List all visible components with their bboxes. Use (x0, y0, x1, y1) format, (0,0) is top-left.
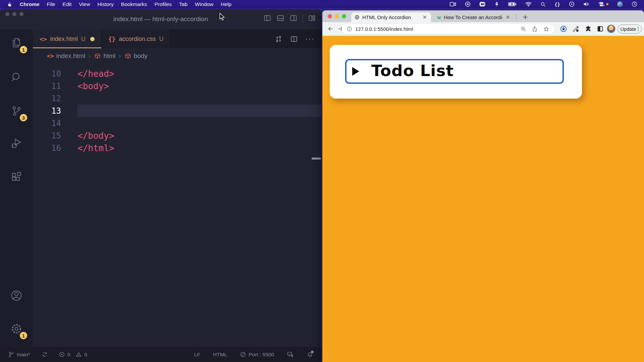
apple-menu[interactable] (5, 1, 16, 7)
tab-divider (516, 14, 517, 19)
volume-icon[interactable] (583, 2, 590, 7)
settings-badge: 1 (19, 331, 28, 340)
color-picker-extension-icon[interactable] (572, 25, 580, 33)
git-branch-item[interactable]: main* (8, 351, 30, 358)
extensions-puzzle-icon[interactable] (585, 25, 592, 33)
share-icon[interactable] (532, 26, 538, 32)
accordion-summary[interactable]: Todo List (345, 59, 564, 84)
sidebar-item-search[interactable] (0, 65, 33, 89)
menu-file[interactable]: File (43, 1, 59, 7)
sidebar-item-extensions[interactable] (0, 165, 33, 189)
sidebar-item-explorer[interactable]: 1 (0, 31, 33, 55)
split-editor-right-icon[interactable] (289, 14, 298, 22)
split-editor-left-icon[interactable] (263, 14, 271, 22)
sidebar-item-source-control[interactable]: 3 (0, 99, 33, 123)
customize-layout-icon[interactable] (308, 14, 316, 22)
close-window-button[interactable] (328, 14, 332, 18)
live-server-port[interactable]: Port : 5500 (240, 351, 274, 358)
lock-extension-icon[interactable] (560, 25, 567, 33)
menu-tab[interactable]: Tab (175, 1, 191, 7)
mouse-cursor (219, 13, 226, 21)
play-circle-icon[interactable] (569, 1, 575, 7)
zoom-in-icon[interactable] (520, 26, 526, 32)
code-line-current[interactable]: 13 (33, 105, 321, 117)
menu-bookmarks[interactable]: Bookmarks (117, 1, 151, 7)
editor-scrollbar-handle[interactable] (312, 158, 321, 160)
sync-changes-button[interactable] (42, 351, 48, 358)
unsaved-changes-dot[interactable] (90, 37, 95, 41)
breadcrumb-body[interactable]: body (124, 52, 148, 60)
code-text: <body> (77, 81, 109, 91)
profile-avatar[interactable] (607, 24, 615, 33)
code-line[interactable]: 10 </head> (33, 67, 321, 80)
menu-chrome[interactable]: Chrome (16, 1, 43, 7)
code-line[interactable]: 14 (33, 117, 321, 129)
breadcrumb-html[interactable]: html (94, 52, 115, 60)
notification-dot (311, 351, 314, 353)
menu-profiles[interactable]: Profiles (151, 1, 175, 7)
menu-edit[interactable]: Edit (59, 1, 75, 7)
code-line[interactable]: 12 (33, 92, 321, 105)
record-circle-icon[interactable] (465, 1, 471, 7)
menu-window[interactable]: Window (191, 1, 217, 7)
line-number: 16 (33, 143, 61, 153)
close-tab-icon[interactable]: ✕ (505, 15, 511, 20)
bookmark-star-icon[interactable] (543, 26, 549, 32)
eol-indicator[interactable]: LF (194, 352, 200, 358)
close-tab-icon[interactable]: ✕ (422, 15, 428, 20)
wifi-icon[interactable] (525, 2, 532, 7)
chevron-right-icon: › (118, 52, 121, 60)
toggle-panel-icon[interactable] (276, 14, 284, 22)
rocket-icon[interactable] (494, 1, 499, 7)
more-actions-icon[interactable]: ··· (305, 35, 315, 43)
desktop: Chrome File Edit View History Bookmarks … (0, 0, 644, 362)
update-chrome-button[interactable]: Update (618, 24, 642, 34)
sidebar-item-settings[interactable]: 1 (0, 317, 33, 341)
tab-accordion-css[interactable]: {} accordion.css U (102, 29, 171, 48)
menu-help[interactable]: Help (217, 1, 235, 7)
code-editor[interactable]: 10 </head> 11 <body> 12 13 (33, 64, 321, 154)
code-line[interactable]: 15 </body> (33, 129, 321, 142)
menu-view[interactable]: View (75, 1, 94, 7)
address-bar[interactable]: 127.0.0.1:5500/index.html (342, 24, 554, 34)
problems-warnings[interactable]: 0 (75, 351, 87, 358)
code-braces-icon[interactable]: {} (554, 2, 560, 7)
run-debug-icon (10, 137, 22, 149)
tab-label: index.html (50, 36, 78, 43)
problems-errors[interactable]: 0 (59, 351, 70, 358)
tab-how-to-create-accordion[interactable]: w How To Create an Accordion ✕ (434, 12, 514, 22)
battery-charging-icon[interactable] (508, 2, 517, 6)
menu-history[interactable]: History (94, 1, 117, 7)
screen-record-icon[interactable] (479, 2, 485, 7)
minimize-window-button[interactable] (335, 14, 339, 18)
language-mode[interactable]: HTML (213, 352, 227, 358)
video-camera-icon[interactable] (450, 2, 456, 7)
spotlight-search-icon[interactable] (540, 2, 546, 7)
open-changes-icon[interactable] (274, 35, 283, 43)
new-tab-button[interactable]: + (521, 12, 530, 22)
sidebar-item-account[interactable] (0, 284, 33, 307)
line-number: 13 (33, 106, 61, 116)
tab-index-html[interactable]: <> index.html U (33, 29, 102, 48)
split-editor-icon[interactable] (290, 35, 298, 43)
line-number: 15 (33, 131, 61, 140)
notifications-bell[interactable] (307, 351, 313, 358)
dark-mode-extension-icon[interactable] (597, 25, 604, 32)
clock-icon[interactable] (632, 1, 637, 7)
git-status-letter: U (159, 36, 163, 43)
remote-screen-icon (287, 351, 294, 358)
back-button[interactable] (327, 25, 334, 32)
sidebar-item-run-debug[interactable] (0, 132, 33, 155)
update-label: Update (621, 26, 636, 32)
maximize-window-button[interactable] (342, 14, 346, 18)
code-line[interactable]: 16 </html> (33, 142, 321, 154)
site-info-icon[interactable] (346, 26, 352, 32)
tab-html-only-accordion[interactable]: HTML Only Accordion ✕ (351, 12, 431, 22)
code-line[interactable]: 11 <body> (33, 80, 321, 92)
breadcrumb-label: index.html (56, 52, 85, 60)
toggles-icon[interactable] (598, 2, 608, 7)
siri-icon[interactable] (617, 1, 623, 7)
sync-icon (42, 351, 48, 358)
remote-explorer-button[interactable] (287, 351, 294, 358)
breadcrumb-file[interactable]: <> index.html (47, 52, 85, 60)
